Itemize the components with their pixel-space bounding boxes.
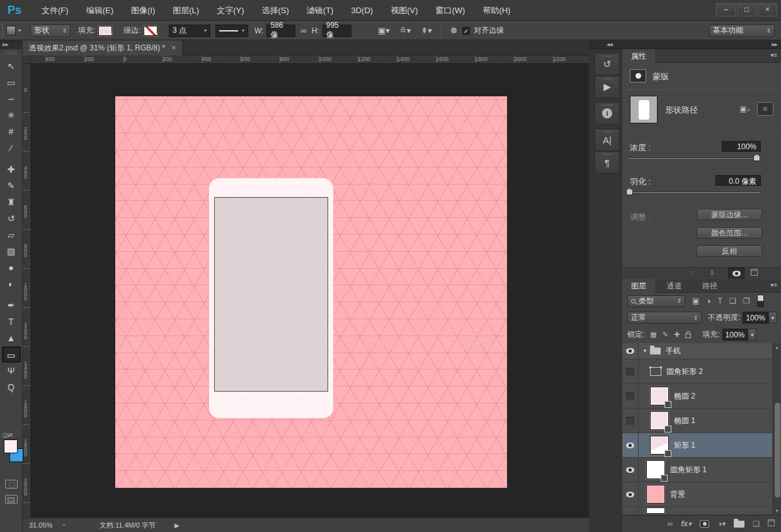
clone-stamp-tool[interactable]: ♜: [2, 194, 21, 210]
path-operations-icon[interactable]: ▣▾: [378, 26, 390, 35]
zoom-tool[interactable]: Q: [2, 379, 21, 395]
menu-item-8[interactable]: 视图(V): [382, 0, 426, 21]
layer-row[interactable]: 椭圆 1: [622, 409, 772, 433]
tool-preset-picker[interactable]: ▾: [6, 21, 21, 40]
scroll-up-icon[interactable]: ▲: [775, 345, 779, 349]
add-pixel-mask-icon[interactable]: ▣₊: [737, 102, 753, 116]
canvas-viewport[interactable]: [31, 64, 589, 518]
height-input[interactable]: 995 像: [322, 25, 351, 37]
close-button[interactable]: ×: [758, 3, 777, 16]
tab-channels[interactable]: 通道: [658, 279, 690, 293]
layer-style-icon[interactable]: fx▾: [681, 519, 692, 528]
scrollbar-thumb[interactable]: [775, 403, 780, 497]
menu-item-1[interactable]: 编辑(E): [77, 0, 122, 21]
eyedropper-tool[interactable]: ∕: [2, 140, 21, 156]
crop-tool[interactable]: #: [2, 123, 21, 140]
visibility-toggle[interactable]: [622, 343, 639, 359]
lock-position-icon[interactable]: ✚: [674, 331, 680, 339]
delete-layer-icon[interactable]: [768, 519, 775, 528]
filter-shape-layers-icon[interactable]: ❏: [729, 297, 736, 305]
rectangle-tool[interactable]: ▭: [2, 346, 21, 363]
visibility-toggle[interactable]: [622, 458, 639, 482]
width-input[interactable]: 586 像: [266, 25, 295, 37]
opacity-dropdown-arrow[interactable]: ▼: [768, 312, 777, 324]
filter-type-dropdown[interactable]: 类型⇕: [627, 295, 685, 307]
history-brush-tool[interactable]: ↺: [2, 210, 21, 227]
fill-dropdown-arrow[interactable]: ▼: [748, 329, 756, 341]
stroke-style-dropdown[interactable]: ▾: [215, 25, 248, 37]
foreground-color-swatch[interactable]: [4, 439, 18, 453]
layer-thumbnail[interactable]: [646, 460, 665, 479]
load-selection-icon[interactable]: ◌: [690, 269, 695, 276]
add-layer-mask-icon[interactable]: [700, 520, 709, 528]
workspace-switcher[interactable]: 基本功能⇕: [709, 25, 775, 37]
path-alignment-icon[interactable]: ≞▾: [400, 26, 411, 35]
mask-visibility-button[interactable]: [728, 268, 744, 280]
tool-mode-dropdown[interactable]: 形状⇕: [30, 25, 71, 37]
zoom-level-field[interactable]: 31.05%: [29, 521, 52, 529]
path-selection-tool[interactable]: ▲: [2, 330, 21, 346]
layer-row[interactable]: 圆角矩形 1: [622, 458, 772, 482]
swap-colors-icon[interactable]: ◲⇄: [3, 432, 13, 438]
color-range-button[interactable]: 颜色范围...: [697, 227, 762, 239]
layer-thumbnail[interactable]: [650, 411, 669, 430]
brush-tool[interactable]: ✎: [2, 178, 21, 194]
tab-layers[interactable]: 图层: [622, 279, 655, 293]
feather-value[interactable]: 0.0 像素: [715, 175, 761, 186]
pen-tool[interactable]: ✒: [2, 297, 21, 314]
mask-edge-button[interactable]: 蒙版边缘...: [697, 209, 762, 220]
paragraph-panel-button[interactable]: ¶: [595, 151, 620, 174]
visibility-toggle[interactable]: [622, 359, 639, 383]
collapse-strip-arrows[interactable]: ◀◀: [607, 42, 612, 47]
filter-smart-objects-icon[interactable]: ❐: [743, 297, 750, 305]
link-dimensions-icon[interactable]: ∞: [300, 26, 306, 35]
tab-properties[interactable]: 属性: [622, 49, 655, 63]
layer-thumbnail[interactable]: [646, 485, 665, 504]
menu-item-0[interactable]: 文件(F): [33, 0, 77, 21]
fill-opacity-value[interactable]: 100%: [722, 329, 748, 341]
info-panel-button[interactable]: i: [595, 102, 620, 125]
quick-selection-tool[interactable]: ✳: [2, 107, 21, 123]
shape-path-thumbnail[interactable]: [630, 96, 658, 123]
minimize-button[interactable]: –: [716, 3, 736, 16]
document-tab[interactable]: 透视效果2.psd @ 31% (矩形 1, RGB/8) * ×: [23, 40, 183, 55]
filter-switch[interactable]: [757, 295, 764, 307]
layer-thumbnail[interactable]: [646, 507, 665, 514]
opacity-value[interactable]: 100%: [743, 312, 768, 324]
layer-row-selected[interactable]: 矩形 1: [622, 433, 772, 458]
menu-item-4[interactable]: 文字(Y): [208, 0, 253, 21]
visibility-toggle[interactable]: [622, 384, 639, 408]
new-layer-icon[interactable]: ❏: [753, 519, 760, 528]
stroke-width-dropdown[interactable]: 3 点▾: [169, 25, 210, 37]
density-slider-handle[interactable]: [753, 154, 760, 161]
character-panel-button[interactable]: A|: [595, 128, 620, 151]
visibility-toggle[interactable]: [622, 507, 639, 514]
lock-all-icon[interactable]: [685, 331, 691, 339]
rectangle-1-shape[interactable]: [214, 197, 328, 392]
screen-mode-button[interactable]: [5, 495, 18, 504]
menu-item-6[interactable]: 滤镜(T): [298, 0, 343, 21]
new-group-icon[interactable]: [734, 521, 744, 528]
actions-panel-button[interactable]: ▶: [595, 76, 620, 98]
lock-transparent-icon[interactable]: ▦: [650, 331, 656, 339]
move-tool[interactable]: ↖: [2, 58, 21, 74]
filter-type-layers-icon[interactable]: T: [718, 297, 722, 305]
menu-item-10[interactable]: 帮助(H): [474, 0, 519, 21]
marquee-tool[interactable]: ▭: [2, 74, 21, 91]
blend-mode-dropdown[interactable]: 正常⇕: [627, 312, 702, 324]
fill-color-swatch[interactable]: ▾: [98, 26, 112, 36]
layer-thumbnail[interactable]: [650, 436, 669, 455]
status-flyout-arrow[interactable]: ▶: [174, 522, 180, 529]
expand-triangle-icon[interactable]: ▼: [642, 348, 647, 354]
document-canvas[interactable]: [115, 96, 507, 488]
scroll-down-icon[interactable]: ▼: [775, 509, 779, 513]
lasso-tool[interactable]: ∽: [2, 91, 21, 107]
menu-item-5[interactable]: 选择(S): [253, 0, 298, 21]
visibility-toggle[interactable]: [622, 409, 639, 433]
blur-tool[interactable]: ●: [2, 259, 21, 276]
path-arrangement-icon[interactable]: ⇞▾: [421, 26, 431, 35]
feather-slider-handle[interactable]: [626, 188, 633, 195]
type-tool[interactable]: T: [2, 314, 21, 330]
layer-row[interactable]: 背景: [622, 482, 772, 507]
eraser-tool[interactable]: ▱: [2, 227, 21, 243]
